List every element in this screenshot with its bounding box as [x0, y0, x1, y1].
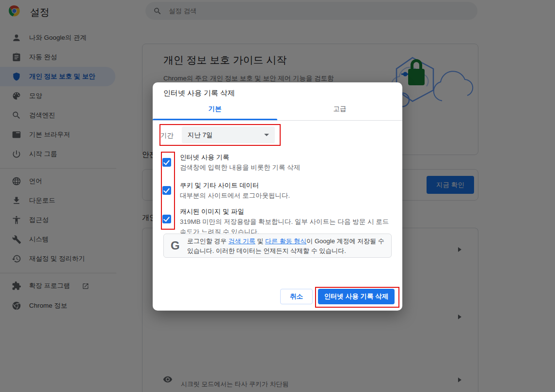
google-account-note: G 로그인할 경우 검색 기록 및 다른 활동 형식이 Google 계정에 저… — [163, 234, 392, 258]
google-g-icon: G — [171, 239, 180, 252]
time-range-value: 지난 7일 — [188, 131, 213, 140]
checkbox-row-cookies: 쿠키 및 기타 사이트 데이터 대부분의 사이트에서 로그아웃됩니다. — [162, 181, 391, 208]
cookies-checkbox[interactable] — [162, 186, 171, 195]
note-segment: 로그인할 경우 — [187, 237, 228, 245]
tab-basic[interactable]: 기본 — [153, 98, 277, 120]
checkbox-subtitle: 대부분의 사이트에서 로그아웃됩니다. — [180, 190, 393, 201]
checkbox-title: 인터넷 사용 기록 — [180, 153, 391, 162]
clear-data-button[interactable]: 인터넷 사용 기록 삭제 — [318, 289, 395, 304]
checkbox-title: 캐시된 이미지 및 파일 — [180, 207, 391, 217]
cancel-button[interactable]: 취소 — [280, 289, 313, 304]
other-activity-link[interactable]: 다른 활동 형식 — [265, 237, 306, 245]
dropdown-arrow-icon — [264, 134, 269, 136]
active-tab-underline — [153, 119, 277, 120]
note-text: 로그인할 경우 검색 기록 및 다른 활동 형식이 Google 계정에 저장될… — [187, 236, 387, 256]
time-range-label: 기간 — [160, 131, 174, 140]
dialog-tabs: 기본 고급 — [153, 98, 402, 121]
note-segment: 및 — [255, 237, 265, 245]
browsing-history-checkbox[interactable] — [162, 158, 171, 167]
clear-browsing-data-dialog: 인터넷 사용 기록 삭제 기본 고급 기간 지난 7일 인터넷 사용 기록 검색… — [153, 82, 402, 311]
checkbox-row-browsing-history: 인터넷 사용 기록 검색창에 입력한 내용을 비롯한 기록 삭제 — [162, 153, 391, 180]
time-range-select[interactable]: 지난 7일 — [182, 126, 275, 143]
dialog-title: 인터넷 사용 기록 삭제 — [163, 89, 235, 98]
checkbox-subtitle: 검색창에 입력한 내용을 비롯한 기록 삭제 — [180, 162, 393, 172]
search-history-link[interactable]: 검색 기록 — [228, 237, 255, 245]
tab-advanced[interactable]: 고급 — [277, 98, 402, 120]
cached-files-checkbox[interactable] — [162, 215, 171, 223]
checkbox-title: 쿠키 및 기타 사이트 데이터 — [180, 181, 391, 190]
